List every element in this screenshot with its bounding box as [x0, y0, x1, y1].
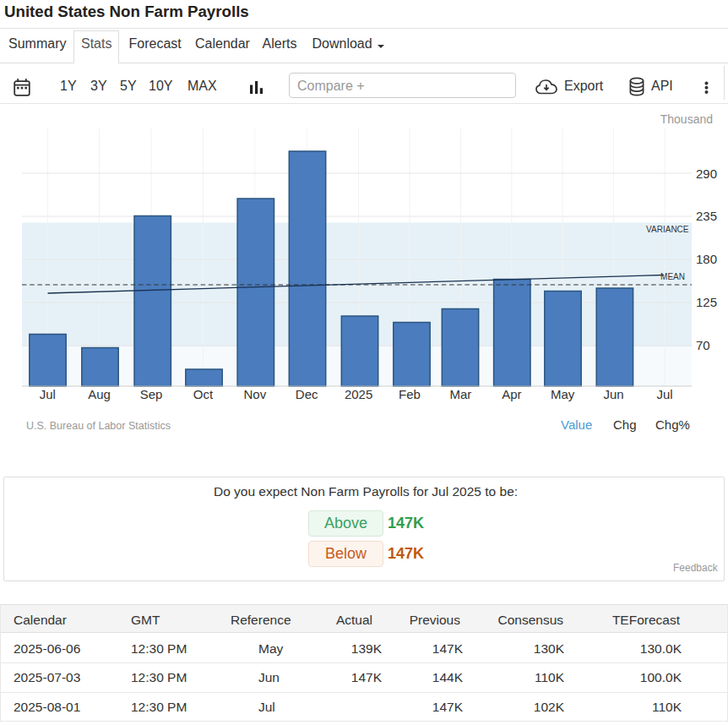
svg-text:235: 235 — [696, 209, 717, 223]
svg-text:May: May — [551, 387, 575, 401]
svg-text:VARIANCE: VARIANCE — [646, 225, 689, 234]
svg-text:Sep: Sep — [140, 387, 163, 401]
svg-text:Thousand: Thousand — [660, 112, 713, 126]
svg-text:Jun: Jun — [604, 387, 624, 401]
svg-text:Mar: Mar — [449, 387, 471, 401]
svg-text:70: 70 — [696, 338, 710, 352]
svg-text:180: 180 — [696, 252, 717, 266]
svg-text:Jul: Jul — [40, 387, 56, 401]
svg-text:125: 125 — [696, 295, 717, 309]
svg-text:290: 290 — [696, 166, 717, 181]
svg-text:MEAN: MEAN — [660, 272, 685, 281]
svg-text:Nov: Nov — [243, 387, 266, 401]
svg-text:2025: 2025 — [345, 387, 372, 401]
svg-text:Dec: Dec — [296, 387, 318, 401]
svg-text:Oct: Oct — [193, 387, 214, 401]
svg-text:Apr: Apr — [502, 387, 521, 401]
svg-text:Jul: Jul — [656, 387, 672, 401]
svg-text:Aug: Aug — [88, 387, 111, 401]
svg-text:Feb: Feb — [399, 387, 421, 401]
